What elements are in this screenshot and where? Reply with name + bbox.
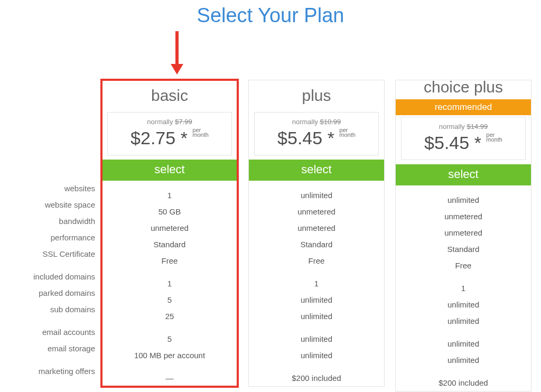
page-title: Select Your Plan <box>0 0 541 31</box>
price-box-basic: normally $7.99 $2.75 * permonth <box>107 112 232 155</box>
feature-value: unlimited <box>249 347 384 363</box>
plan-plus: plus normally $10.99 $5.45 * permonth se… <box>248 80 385 387</box>
feature-value: Free <box>396 257 531 274</box>
price-plus: $5.45 <box>277 128 322 148</box>
plan-choice-plus: choice plus recommended normally $14.99 … <box>395 80 531 391</box>
feature-labels: websites website space bandwidth perform… <box>0 180 101 379</box>
feature-value: Standard <box>396 241 531 257</box>
feature-value: unlimited <box>249 331 384 347</box>
price-star: * <box>469 133 486 153</box>
recommended-badge: recommended <box>396 99 531 115</box>
normally-price: $7.99 <box>175 118 192 126</box>
feature-value: 1 <box>102 187 237 203</box>
feature-value: unmetered <box>396 208 531 225</box>
feature-value: unmetered <box>249 220 384 236</box>
feature-value: $200 included <box>249 370 384 386</box>
normally-label: normally <box>147 118 175 126</box>
price-star: * <box>175 128 192 148</box>
callout-arrow-icon <box>171 31 183 78</box>
feature-value: unlimited <box>249 308 384 324</box>
normally-price: $10.99 <box>320 118 341 126</box>
plan-basic: basic normally $7.99 $2.75 * permonth se… <box>101 80 238 387</box>
feature-value: 5 <box>102 331 237 347</box>
label-performance: performance <box>0 229 101 246</box>
price-choice: $5.45 <box>424 133 469 153</box>
feature-value: unmetered <box>249 203 384 220</box>
label-email-accounts: email accounts <box>0 324 101 340</box>
feature-value: 25 <box>102 308 237 324</box>
feature-value: unmetered <box>396 225 531 241</box>
feature-value: 5 <box>102 292 237 308</box>
feature-value: 1 <box>102 275 237 292</box>
feature-value: unlimited <box>396 352 531 368</box>
feature-value: Standard <box>249 236 384 253</box>
feature-value: unlimited <box>396 296 531 313</box>
feature-value: unlimited <box>249 187 384 203</box>
feature-value: $200 included <box>396 375 531 391</box>
label-websites: websites <box>0 180 101 197</box>
label-sub-domains: sub domains <box>0 301 101 318</box>
plan-name-plus: plus <box>249 80 384 109</box>
plan-name-choice: choice plus <box>396 78 531 98</box>
feature-value: 1 <box>249 275 384 292</box>
feature-value: Free <box>249 253 384 269</box>
select-button-basic[interactable]: select <box>102 160 237 181</box>
label-website-space: website space <box>0 197 101 213</box>
feature-value: Standard <box>102 236 237 253</box>
label-email-storage: email storage <box>0 340 101 357</box>
feature-value: unlimited <box>396 313 531 329</box>
label-bandwidth: bandwidth <box>0 213 101 229</box>
feature-value: unmetered <box>102 220 237 236</box>
price-star: * <box>322 128 339 148</box>
feature-value: unlimited <box>396 192 531 208</box>
feature-value: Free <box>102 253 237 269</box>
feature-value: 50 GB <box>102 203 237 220</box>
select-button-choice[interactable]: select <box>396 164 531 185</box>
price-box-plus: normally $10.99 $5.45 * permonth <box>254 112 379 155</box>
price-box-choice: normally $14.99 $5.45 * permonth <box>401 117 526 160</box>
feature-value: unlimited <box>396 335 531 352</box>
label-included-domains: included domains <box>0 268 101 285</box>
feature-value: — <box>102 370 237 386</box>
normally-label: normally <box>292 118 320 126</box>
feature-value: 100 MB per account <box>102 347 237 363</box>
normally-price: $14.99 <box>467 123 488 130</box>
plan-name-basic: basic <box>102 80 237 109</box>
normally-label: normally <box>439 123 467 130</box>
label-parked-domains: parked domains <box>0 285 101 301</box>
label-marketing-offers: marketing offers <box>0 363 101 379</box>
price-basic: $2.75 <box>130 128 175 148</box>
feature-value: unlimited <box>249 292 384 308</box>
select-button-plus[interactable]: select <box>249 160 384 181</box>
label-ssl: SSL Certificate <box>0 246 101 262</box>
feature-value: 1 <box>396 280 531 296</box>
